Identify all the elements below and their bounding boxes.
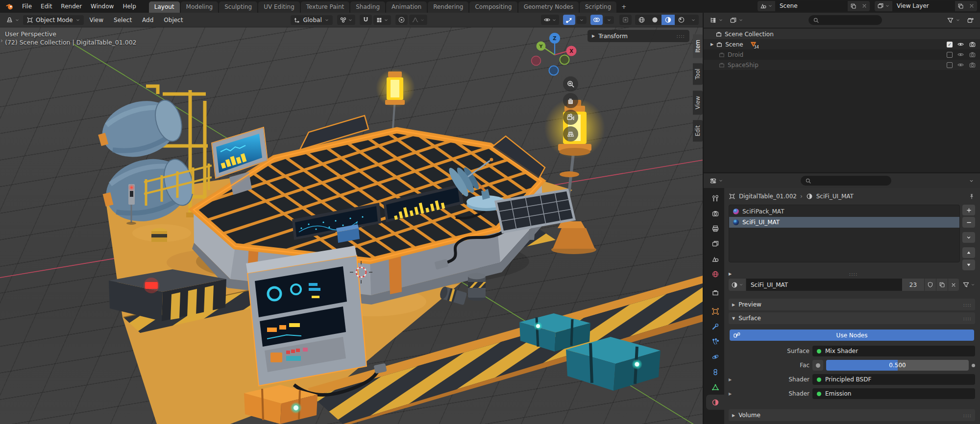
scene-copy-button[interactable]: [848, 1, 859, 11]
material-slot[interactable]: SciFiPack_MAT: [729, 206, 959, 217]
tab-object-data[interactable]: [706, 379, 724, 395]
viewport-canvas[interactable]: › User Perspective (72) Scene Collection…: [0, 27, 703, 424]
material-name-field[interactable]: SciFi_UI_MAT: [746, 279, 902, 291]
camera-view-button[interactable]: [563, 110, 578, 125]
proportional-edit-toggle[interactable]: [395, 15, 408, 25]
expand-arrow-icon[interactable]: ▶: [710, 42, 713, 47]
tab-view-layer[interactable]: [706, 236, 724, 251]
tab-material[interactable]: [706, 395, 724, 410]
tab-tool[interactable]: [706, 190, 724, 206]
expand-arrow-icon[interactable]: ▶: [729, 392, 735, 396]
expand-arrow-icon[interactable]: ▶: [729, 377, 735, 382]
tab-world[interactable]: [706, 266, 724, 282]
menu-view[interactable]: View: [85, 15, 108, 25]
panel-surface[interactable]: ▼ Surface ::::: [729, 312, 975, 324]
keyframe-dot[interactable]: [972, 364, 975, 367]
tab-physics[interactable]: [706, 349, 724, 364]
list-expand-arrow[interactable]: ▶: [729, 272, 732, 276]
tab-render[interactable]: [706, 206, 724, 221]
menu-render[interactable]: Render: [57, 1, 86, 12]
pin-icon[interactable]: [968, 193, 975, 200]
render-visibility-icon[interactable]: [969, 41, 976, 48]
show-overlays-toggle[interactable]: [590, 15, 603, 25]
surface-shader-field[interactable]: Mix Shader: [812, 346, 975, 356]
panel-grip[interactable]: ::::: [963, 316, 972, 321]
view-layer-name-field[interactable]: View Layer: [892, 1, 955, 11]
browse-material-button[interactable]: [729, 279, 746, 291]
hide-eye-icon[interactable]: [957, 41, 964, 48]
fac-socket-button[interactable]: [812, 360, 823, 371]
shading-rendered-button[interactable]: [675, 15, 688, 25]
selectability-checkbox[interactable]: [947, 62, 953, 68]
gizmo-axis-y[interactable]: Y: [537, 42, 546, 51]
menu-select[interactable]: Select: [109, 15, 136, 25]
remove-slot-button[interactable]: [962, 217, 975, 228]
menu-window[interactable]: Window: [87, 1, 118, 12]
sidebar-tab-edit[interactable]: Edit: [693, 120, 703, 141]
new-collection-button[interactable]: [965, 15, 976, 25]
tab-particles[interactable]: [706, 334, 724, 349]
blender-logo-icon[interactable]: [3, 2, 17, 11]
editor-type-button[interactable]: [4, 15, 22, 25]
sidebar-tab-item[interactable]: Item: [693, 34, 703, 58]
pan-button[interactable]: [563, 93, 578, 108]
selectability-checkbox[interactable]: [947, 52, 953, 58]
gizmo-axis-x[interactable]: X: [566, 46, 577, 56]
tab-sculpting[interactable]: Sculpting: [219, 1, 257, 13]
users-count-button[interactable]: 23: [902, 279, 925, 291]
properties-search-input[interactable]: [801, 176, 891, 186]
scene-name-field[interactable]: Scene: [775, 1, 848, 11]
gizmo-dropdown[interactable]: [577, 16, 587, 24]
perspective-toggle-button[interactable]: [563, 126, 578, 141]
gizmo-axis-neg-z[interactable]: [549, 66, 559, 75]
tab-constraints[interactable]: [706, 364, 724, 379]
unlink-material-button[interactable]: [948, 279, 959, 291]
tab-layout[interactable]: Layout: [149, 1, 180, 13]
tab-compositing[interactable]: Compositing: [469, 1, 517, 13]
tab-scripting[interactable]: Scripting: [580, 1, 616, 13]
tab-object[interactable]: [706, 304, 724, 319]
hide-eye-icon[interactable]: [957, 61, 964, 69]
tab-modifiers[interactable]: [706, 319, 724, 334]
scene-browse-button[interactable]: [758, 1, 775, 11]
scene-unlink-button[interactable]: [859, 1, 870, 11]
copy-material-button[interactable]: [936, 279, 948, 291]
outliner-row-scene[interactable]: ▶ Scene 34 ✓: [704, 39, 980, 49]
outliner-row-droid[interactable]: Droid: [704, 49, 980, 60]
menu-object[interactable]: Object: [159, 15, 187, 25]
outliner-search-input[interactable]: [808, 15, 882, 25]
outliner-row-scene-collection[interactable]: Scene Collection: [704, 29, 980, 39]
tab-modeling[interactable]: Modeling: [181, 1, 219, 13]
navigation-gizmo[interactable]: Z Y X: [529, 30, 581, 77]
view-layer-unlink-button[interactable]: [966, 1, 977, 11]
add-workspace-button[interactable]: +: [617, 1, 630, 13]
add-slot-button[interactable]: [962, 205, 975, 215]
panel-grip[interactable]: ::::: [963, 413, 972, 418]
transform-panel-header[interactable]: ▶ Transform ::::: [588, 30, 689, 42]
nodetree-filter-button[interactable]: [962, 279, 975, 291]
tab-uv-editing[interactable]: UV Editing: [258, 1, 300, 13]
outliner-filter-button[interactable]: [945, 15, 962, 25]
shading-wireframe-button[interactable]: [635, 15, 648, 25]
list-resize-grip[interactable]: ::::: [849, 271, 858, 277]
menu-help[interactable]: Help: [119, 1, 140, 12]
shading-solid-button[interactable]: [648, 15, 662, 25]
tab-geometry-nodes[interactable]: Geometry Nodes: [518, 1, 579, 13]
material-slot-active[interactable]: SciFi_UI_MAT: [729, 217, 959, 228]
shading-dropdown[interactable]: [688, 15, 699, 25]
show-gizmo-toggle[interactable]: [563, 15, 575, 25]
zoom-button[interactable]: [563, 76, 578, 92]
use-nodes-button[interactable]: Use Nodes: [730, 330, 974, 341]
sidebar-tab-view[interactable]: View: [693, 91, 703, 115]
tab-collection[interactable]: [706, 285, 724, 300]
tab-texture-paint[interactable]: Texture Paint: [301, 1, 349, 13]
menu-file[interactable]: File: [18, 1, 36, 12]
overlays-dropdown[interactable]: [604, 16, 614, 24]
selectability-checkbox[interactable]: ✓: [947, 42, 953, 47]
gizmo-axis-neg-y[interactable]: [560, 55, 569, 65]
snap-settings-dropdown[interactable]: [373, 15, 391, 25]
tab-output[interactable]: [706, 221, 724, 236]
panel-grip[interactable]: ::::: [677, 33, 685, 39]
view-layer-browse-button[interactable]: [875, 1, 892, 11]
shader-field-principled[interactable]: Principled BSDF: [812, 374, 975, 385]
